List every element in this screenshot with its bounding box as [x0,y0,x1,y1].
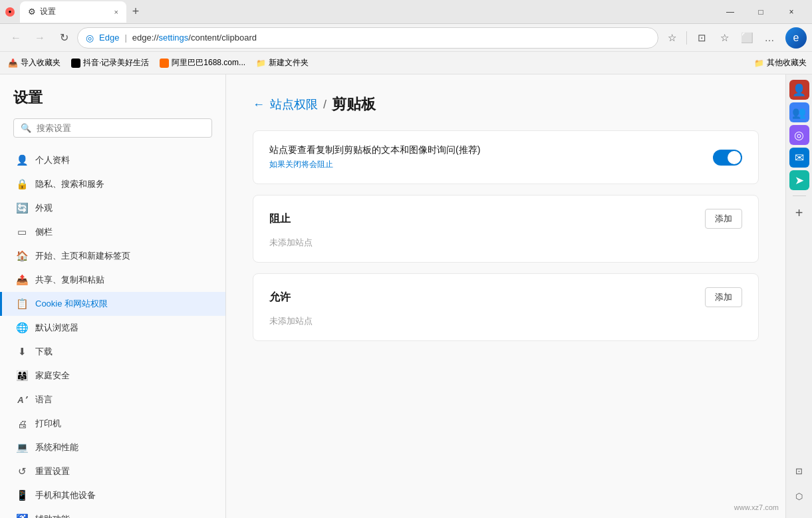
url-settings: settings [159,33,189,43]
sidebar-item-privacy[interactable]: 🔒 隐私、搜索和服务 [0,172,225,196]
allow-section-header: 允许 添加 [269,287,742,307]
edge-icon: ◎ [86,33,94,43]
toolbar-icons: ☆ ⊡ ☆ ⬜ … [661,27,780,49]
folder-label: 新建文件夹 [269,57,309,68]
edge-logo[interactable]: e [785,27,807,49]
bookmark-folder[interactable]: 📁 新建文件夹 [253,56,311,70]
tab-settings-icon: ⚙ [28,7,36,17]
breadcrumb-link[interactable]: 站点权限 [270,96,318,112]
address-bar: ← → ↻ ◎ Edge | edge://settings/content/c… [0,24,812,52]
profile-label: 个人资料 [35,154,70,166]
accessibility-label: 辅助功能 [35,513,70,518]
settings-tab[interactable]: ⚙ 设置 × [20,1,126,23]
watermark: www.xz7.com [734,503,779,511]
right-icon-edge[interactable]: ◎ [789,125,809,145]
breadcrumb-back-button[interactable]: ← [253,98,265,112]
import-label: 导入收藏夹 [21,57,61,68]
allow-section-card: 允许 添加 未添加站点 [253,273,759,341]
right-icon-separator [793,195,806,196]
right-external-icon[interactable]: ⬡ [788,485,811,507]
toggle-switch[interactable] [713,150,742,166]
more-icon[interactable]: … [759,27,780,49]
address-separator: | [124,33,126,43]
tiktok-label: 抖音·记录美好生活 [83,57,149,68]
reset-icon: ↺ [15,465,29,478]
tab-bar: ⚙ 设置 × + [20,1,715,23]
sidebar-item-system[interactable]: 💻 系统和性能 [0,436,225,459]
sidebar-item-language[interactable]: Aʼ 语言 [0,388,225,412]
sidebar-item-default[interactable]: 🌐 默认浏览器 [0,316,225,340]
back-button[interactable]: ← [5,27,27,49]
right-icon-outlook[interactable]: ✉ [789,148,809,168]
privacy-label: 隐私、搜索和服务 [35,178,104,190]
share-icon: 📤 [15,273,29,287]
tiktok-icon [71,59,80,68]
new-tab-button[interactable]: + [126,3,145,21]
right-add-button[interactable]: + [788,201,811,224]
bookmark-alibaba[interactable]: 阿里巴巴1688.com... [157,56,248,70]
breadcrumb: ← 站点权限 / 剪贴板 [253,94,759,114]
mobile-label: 手机和其他设备 [35,489,96,501]
address-input[interactable]: ◎ Edge | edge://settings/content/clipboa… [77,27,658,49]
sidebar-title: 设置 [0,88,225,118]
right-icon-profile[interactable]: 👤 [789,80,809,100]
system-icon: 💻 [15,441,29,454]
refresh-button[interactable]: ↻ [53,27,74,49]
tab-title: 设置 [40,6,110,17]
appearance-icon: 🔄 [15,201,29,215]
toggle-card: 站点要查看复制到剪贴板的文本和图像时询问(推荐) 如果关闭将会阻止 [253,130,759,184]
sidebar-icon: ▭ [15,225,29,239]
printer-icon: 🖨 [15,417,29,430]
sidebar-item-startup[interactable]: 🏠 开始、主页和新建标签页 [0,244,225,268]
right-discover-icon[interactable]: ⊡ [788,459,811,482]
traffic-lights: ● [5,7,15,17]
sidebar-item-cookies[interactable]: 📋 Cookie 和网站权限 [0,292,225,316]
toggle-subtitle[interactable]: 如果关闭将会阻止 [269,159,480,170]
share-label: 共享、复制和粘贴 [35,274,104,286]
content-area: ← 站点权限 / 剪贴板 站点要查看复制到剪贴板的文本和图像时询问(推荐) 如果… [226,74,785,518]
block-section-header: 阻止 添加 [269,209,742,229]
reset-label: 重置设置 [35,465,70,477]
alibaba-icon [160,59,169,68]
block-add-button[interactable]: 添加 [705,209,742,229]
appearance-label: 外观 [35,202,53,214]
import-icon: 📥 [8,59,18,68]
right-icon-teal[interactable]: ➤ [789,170,809,190]
sidebar-item-downloads[interactable]: ⬇ 下载 [0,340,225,364]
sidebar-item-profile[interactable]: 👤 个人资料 [0,148,225,172]
minimize-button[interactable]: — [715,1,745,23]
search-icon: 🔍 [21,123,31,133]
sidebar-label: 侧栏 [35,226,53,238]
close-button[interactable]: × [776,1,807,23]
search-input[interactable] [37,123,205,133]
bookmark-import[interactable]: 📥 导入收藏夹 [5,56,63,70]
sidebar-item-reset[interactable]: ↺ 重置设置 [0,459,225,483]
toolbar-divider-1 [686,31,687,45]
downloads-icon: ⬇ [15,345,29,358]
forward-button[interactable]: → [29,27,51,49]
bookmarks-bar: 📥 导入收藏夹 抖音·记录美好生活 阿里巴巴1688.com... 📁 新建文件… [0,52,812,74]
search-box[interactable]: 🔍 [13,118,212,138]
sidebar-item-appearance[interactable]: 🔄 外观 [0,196,225,220]
maximize-button[interactable]: □ [745,1,776,23]
sidebar-item-sidebar[interactable]: ▭ 侧栏 [0,220,225,244]
allow-add-button[interactable]: 添加 [705,287,742,307]
collections-icon[interactable]: ⬜ [736,27,757,49]
sidebar-item-accessibility[interactable]: ♿ 辅助功能 [0,507,225,518]
right-icon-people[interactable]: 👥 [789,102,809,122]
bookmark-tiktok[interactable]: 抖音·记录美好生活 [68,56,152,70]
close-traffic-light[interactable]: ● [5,7,15,17]
sidebar-item-family[interactable]: 👨‍👩‍👧 家庭安全 [0,364,225,388]
sidebar-item-mobile[interactable]: 📱 手机和其他设备 [0,483,225,507]
sidebar-item-printer[interactable]: 🖨 打印机 [0,412,225,436]
sidebar-item-share[interactable]: 📤 共享、复制和粘贴 [0,268,225,292]
toggle-row: 站点要查看复制到剪贴板的文本和图像时询问(推荐) 如果关闭将会阻止 [269,144,742,170]
downloads-label: 下载 [35,346,53,358]
split-view-icon[interactable]: ⊡ [691,27,712,49]
star-icon[interactable]: ☆ [661,27,682,49]
system-label: 系统和性能 [35,442,78,453]
favorites-icon[interactable]: ☆ [714,27,735,49]
other-bookmarks[interactable]: 📁 其他收藏夹 [754,57,807,68]
toggle-text: 站点要查看复制到剪贴板的文本和图像时询问(推荐) 如果关闭将会阻止 [269,144,480,170]
tab-close-button[interactable]: × [114,8,118,16]
